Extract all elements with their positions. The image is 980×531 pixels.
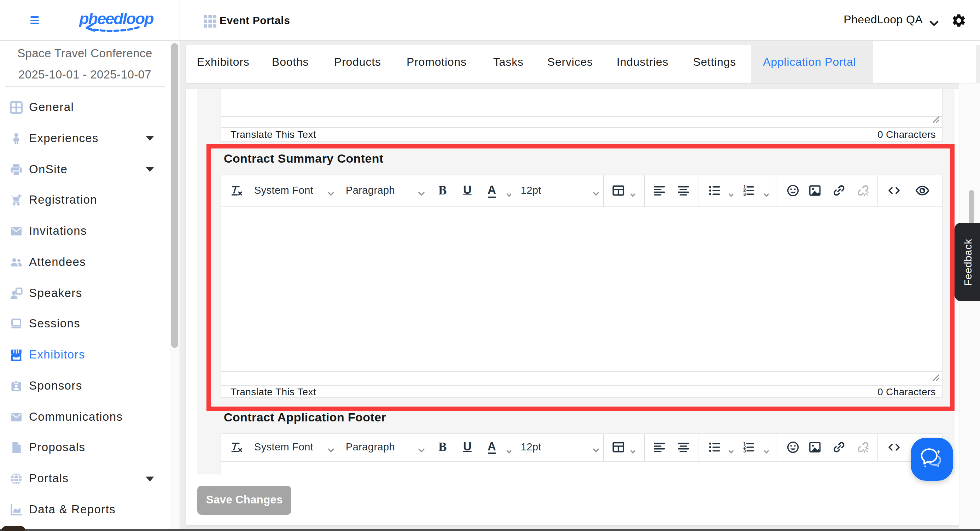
- svg-text:3: 3: [743, 448, 746, 453]
